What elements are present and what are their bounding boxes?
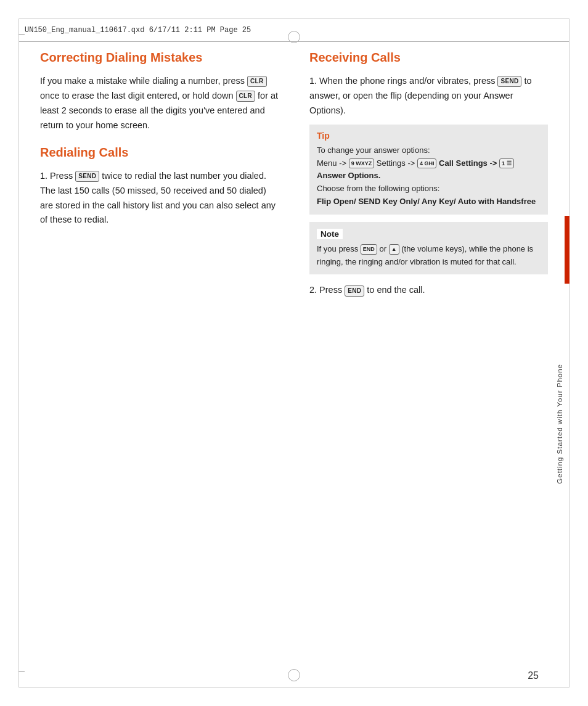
registration-mark-bottom	[288, 669, 300, 681]
end-key-item2: END	[345, 285, 364, 297]
clr-key-inline-1: CLR	[247, 76, 266, 87]
note-text: If you press END or ▲ (the volume keys),…	[317, 243, 541, 269]
correcting-dialing-title: Correcting Dialing Mistakes	[40, 49, 279, 65]
note-title-wrapper: Note	[317, 228, 541, 243]
end-key-note: END	[361, 244, 377, 255]
tip-call-settings: Call Settings ->	[439, 158, 497, 168]
send-key-receive: SEND	[497, 76, 521, 87]
receiving-item1: 1. When the phone rings and/or vibrates,…	[309, 74, 548, 118]
registration-mark-top	[288, 31, 300, 43]
send-key-inline: SEND	[75, 171, 99, 182]
side-label: Getting Started with Your Phone	[550, 216, 570, 632]
tip-options-list: Flip Open/ SEND Key Only/ Any Key/ Auto …	[317, 197, 536, 206]
tip-settings: Settings ->	[377, 158, 415, 168]
side-label-text: Getting Started with Your Phone	[555, 364, 565, 484]
tip-4ghi-key: 4 GHI	[417, 158, 437, 169]
main-content: Correcting Dialing Mistakes If you make …	[40, 49, 548, 657]
right-column: Receiving Calls 1. When the phone rings …	[306, 49, 548, 657]
note-title: Note	[317, 229, 343, 239]
tip-choose: Choose from the following options:	[317, 184, 439, 193]
redial-prefix: 1. Press	[40, 171, 73, 181]
corner-mark-bottom-left	[18, 671, 25, 672]
corner-mark-top-left	[18, 34, 25, 35]
receiving-prefix: 1. When the phone rings and/or vibrates,…	[309, 76, 495, 86]
correcting-dialing-body: If you make a mistake while dialing a nu…	[40, 74, 279, 133]
clr-key-inline-2: CLR	[236, 91, 255, 102]
tip-title: Tip	[317, 131, 541, 141]
tip-9wxyz-key: 9 WXYZ	[349, 158, 375, 169]
note-if-press: If you press	[317, 244, 358, 253]
tip-menu: Menu ->	[317, 158, 346, 168]
item2-prefix: 2. Press	[309, 285, 342, 295]
receiving-item2: 2. Press END to end the call.	[309, 283, 548, 298]
tip-answer-options: Answer Options.	[317, 171, 380, 180]
redialing-item1: 1. Press SEND twice to redial the last n…	[40, 169, 279, 228]
tip-box: Tip To change your answer options: Menu …	[309, 125, 548, 215]
note-box: Note If you press END or ▲ (the volume k…	[309, 222, 548, 275]
left-column: Correcting Dialing Mistakes If you make …	[40, 49, 288, 657]
note-or: or	[379, 244, 386, 253]
body-text-1: If you make a mistake while dialing a nu…	[40, 76, 245, 86]
vol-key-note: ▲	[389, 244, 399, 255]
body-text-2: once to erase the last digit entered, or…	[40, 91, 234, 101]
tip-text: To change your answer options: Menu -> 9…	[317, 144, 541, 208]
page-number: 25	[528, 670, 539, 681]
tip-line1: To change your answer options:	[317, 146, 430, 155]
redialing-calls-title: Redialing Calls	[40, 144, 279, 160]
tip-1ab-key: 1 ☰	[499, 158, 514, 169]
receiving-calls-title: Receiving Calls	[309, 49, 548, 65]
item2-text: to end the call.	[367, 285, 425, 295]
